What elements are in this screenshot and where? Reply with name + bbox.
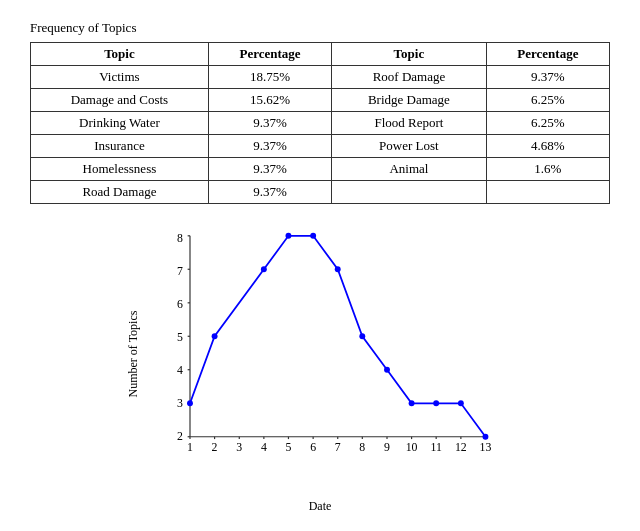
table-row: Insurance9.37%Power Lost4.68% <box>31 135 610 158</box>
table-row: Victims18.75%Roof Damage9.37% <box>31 66 610 89</box>
col-header-topic2: Topic <box>332 43 487 66</box>
svg-text:5: 5 <box>285 440 291 454</box>
svg-text:7: 7 <box>177 264 183 278</box>
col-header-topic1: Topic <box>31 43 209 66</box>
table-cell-3 <box>486 181 609 204</box>
table-cell-1: 9.37% <box>208 158 331 181</box>
dot-6 <box>310 233 316 239</box>
table-cell-3: 9.37% <box>486 66 609 89</box>
dot-13 <box>483 434 489 440</box>
chart-container: 2 3 4 5 6 7 8 1 2 3 <box>140 224 500 484</box>
table-cell-3: 1.6% <box>486 158 609 181</box>
table-row: Drinking Water9.37%Flood Report6.25% <box>31 112 610 135</box>
col-header-pct2: Percentage <box>486 43 609 66</box>
svg-text:2: 2 <box>212 440 218 454</box>
table-cell-0: Insurance <box>31 135 209 158</box>
dot-12 <box>458 400 464 406</box>
table-cell-0: Homelessness <box>31 158 209 181</box>
table-cell-3: 6.25% <box>486 112 609 135</box>
svg-text:9: 9 <box>384 440 390 454</box>
table-cell-0: Drinking Water <box>31 112 209 135</box>
y-axis-label: Number of Topics <box>126 311 141 398</box>
dot-9 <box>384 367 390 373</box>
table-cell-2: Animal <box>332 158 487 181</box>
dot-1 <box>187 400 193 406</box>
table-row: Damage and Costs15.62%Bridge Damage6.25% <box>31 89 610 112</box>
svg-text:11: 11 <box>430 440 441 454</box>
page-title: Frequency of Topics <box>30 20 610 36</box>
table-cell-3: 6.25% <box>486 89 609 112</box>
svg-text:6: 6 <box>177 297 183 311</box>
svg-text:1: 1 <box>187 440 193 454</box>
svg-text:3: 3 <box>236 440 242 454</box>
svg-text:13: 13 <box>480 440 492 454</box>
svg-text:5: 5 <box>177 330 183 344</box>
svg-text:6: 6 <box>310 440 316 454</box>
table-row: Road Damage9.37% <box>31 181 610 204</box>
table-cell-1: 15.62% <box>208 89 331 112</box>
dot-11 <box>433 400 439 406</box>
chart-area: Number of Topics 2 3 4 5 6 <box>30 224 610 484</box>
table-cell-0: Damage and Costs <box>31 89 209 112</box>
line-chart: 2 3 4 5 6 7 8 1 2 3 <box>140 224 500 484</box>
chart-line <box>190 236 485 437</box>
dot-7 <box>335 266 341 272</box>
dot-4 <box>261 266 267 272</box>
dot-2 <box>212 333 218 339</box>
table-cell-0: Victims <box>31 66 209 89</box>
svg-text:4: 4 <box>177 363 183 377</box>
table-cell-2: Roof Damage <box>332 66 487 89</box>
table-row: Homelessness9.37%Animal1.6% <box>31 158 610 181</box>
svg-text:10: 10 <box>406 440 418 454</box>
table-cell-1: 18.75% <box>208 66 331 89</box>
topics-table: Topic Percentage Topic Percentage Victim… <box>30 42 610 204</box>
table-cell-2 <box>332 181 487 204</box>
svg-text:2: 2 <box>177 429 183 443</box>
dot-10 <box>409 400 415 406</box>
x-axis-label: Date <box>309 499 332 514</box>
table-cell-2: Flood Report <box>332 112 487 135</box>
svg-text:4: 4 <box>261 440 267 454</box>
table-cell-1: 9.37% <box>208 181 331 204</box>
svg-text:12: 12 <box>455 440 467 454</box>
dot-8 <box>359 333 365 339</box>
table-cell-1: 9.37% <box>208 135 331 158</box>
dot-5 <box>285 233 291 239</box>
table-cell-1: 9.37% <box>208 112 331 135</box>
table-cell-0: Road Damage <box>31 181 209 204</box>
col-header-pct1: Percentage <box>208 43 331 66</box>
table-cell-2: Bridge Damage <box>332 89 487 112</box>
svg-text:8: 8 <box>359 440 365 454</box>
table-cell-2: Power Lost <box>332 135 487 158</box>
svg-text:3: 3 <box>177 396 183 410</box>
svg-text:8: 8 <box>177 231 183 245</box>
svg-text:7: 7 <box>335 440 341 454</box>
table-cell-3: 4.68% <box>486 135 609 158</box>
